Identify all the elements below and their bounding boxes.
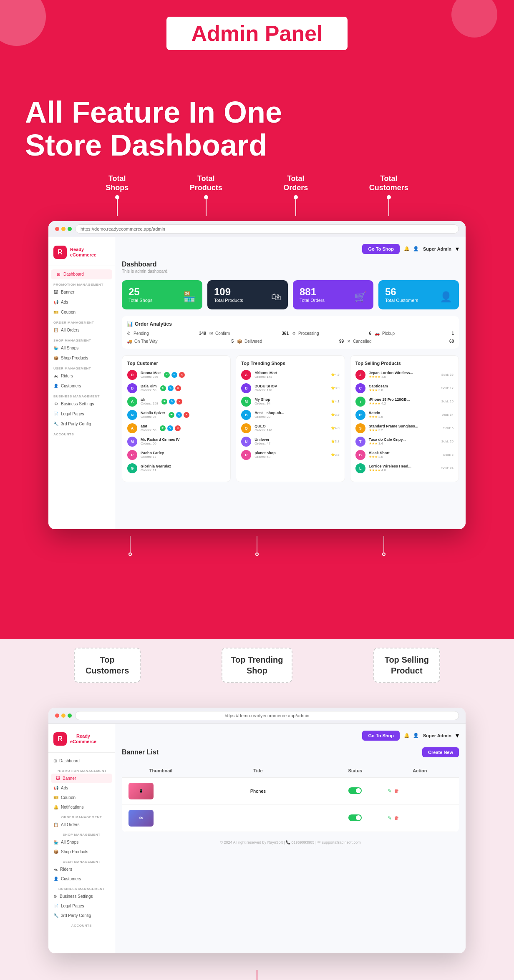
line-customers <box>130 536 131 553</box>
banner-sidebar-notif[interactable]: 🔔 Notifications <box>48 802 115 812</box>
avatar-iphone: i <box>355 397 365 407</box>
view-btn-3[interactable]: 👁 <box>161 399 167 405</box>
avatar-queo: Q <box>241 423 251 433</box>
shop-row-2: B BUBU SHOP Orders: 118 ⭐3.9 <box>241 383 339 393</box>
product-sold-6: Sold: 26 <box>441 440 454 443</box>
customer-row-5: A atat Orders: 50 👁 ✎ ✕ <box>127 423 225 433</box>
customer-orders-2: Orders: 58 <box>141 388 157 392</box>
view-btn-5[interactable]: 👁 <box>160 425 166 431</box>
customer-name-5: atat <box>141 424 156 428</box>
customer-row-2: B Bala Kim Orders: 58 👁 ✎ ✕ <box>127 383 225 393</box>
banner-sidebar-orders[interactable]: 📋 All Orders <box>48 820 115 829</box>
footer-text: © 2024 All right reserved by RaynSoft | … <box>122 832 459 844</box>
row1-del-btn[interactable]: 🗑 <box>394 788 399 794</box>
second-section: https://demo.readyecommerce.app/admin R … <box>0 699 514 980</box>
table-row-2: 🛍 ✎ 🗑 <box>122 805 459 832</box>
top-annotations: TotalShops TotalProducts TotalOrders Tot… <box>25 174 489 216</box>
banner-sidebar-riders[interactable]: 🏍 Riders <box>48 864 115 874</box>
edit-btn-4[interactable]: ✎ <box>176 412 182 418</box>
customer-actions-5: 👁 ✎ ✕ <box>160 425 181 431</box>
product-row-2: C Captiosam ★★★ 3.0 Sold: 17 <box>355 383 454 393</box>
customer-row-1: D Donna Mae Orders: 376 👁 ✎ ✕ <box>127 370 225 380</box>
sidebar-item-3rdparty[interactable]: 🔧 3rd Party Config <box>48 419 115 429</box>
product-rating-6: ★★★ 3.4 <box>369 442 438 445</box>
banner-sidebar-allshops[interactable]: 🏪 All Shops <box>48 837 115 847</box>
shop-orders-7: Orders: 58 <box>254 455 327 459</box>
banner-bell-icon[interactable]: 🔔 <box>404 733 410 738</box>
banner-sidebar-dashboard[interactable]: ⊞ Dashboard <box>48 756 115 766</box>
feature-section: All Feature In One Store Dashboard Total… <box>0 75 514 639</box>
products-icon-area: 🛍 <box>271 291 281 303</box>
banner-sidebar-shopproducts[interactable]: 📦 Shop Products <box>48 847 115 857</box>
banner-sidebar-3rdparty[interactable]: 🔧 3rd Party Config <box>48 911 115 920</box>
banner-admin-name: Super Admin <box>423 733 451 738</box>
customers-icon: 👤 <box>53 384 58 389</box>
shop-rating-6: ⭐3.8 <box>331 440 340 443</box>
view-btn-4[interactable]: 👁 <box>169 412 174 418</box>
sidebar-item-settings[interactable]: ⚙ Business Settings <box>48 399 115 409</box>
del-btn-3[interactable]: ✕ <box>176 399 182 405</box>
shop-row-4: B Best—shop-ch... Orders: 20 ⭐3.5 <box>241 410 339 420</box>
sidebar-item-customers[interactable]: 👤 Customers <box>48 381 115 391</box>
onway-count: 5 <box>231 339 234 344</box>
orders-icon: 📋 <box>53 328 58 333</box>
annotation-total-orders: TotalOrders <box>283 174 308 216</box>
customer-row-4: N Natalia Spizer Orders: 95 👁 ✎ ✕ <box>127 410 225 420</box>
avatar-bubu: B <box>241 383 251 393</box>
banner-sidebar-banner[interactable]: 🖼 Banner <box>51 774 112 783</box>
orders-icon-area: 🛒 <box>354 291 367 303</box>
toggle-1[interactable] <box>348 787 362 794</box>
banner-list-title: Banner List <box>122 749 159 756</box>
customer-name-7: Pacho Farley <box>141 451 164 455</box>
product-name-3: iPhone 15 Pro 128GB... <box>369 397 438 402</box>
go-to-shop-button[interactable]: Go To Shop <box>362 244 400 254</box>
del-btn-2[interactable]: ✕ <box>175 385 181 391</box>
edit-btn-5[interactable]: ✎ <box>167 425 173 431</box>
banner-coupon-icon: 🎫 <box>53 795 58 800</box>
avatar-akbons: A <box>241 370 251 380</box>
del-btn-5[interactable]: ✕ <box>175 425 181 431</box>
row2-edit-btn[interactable]: ✎ <box>388 815 392 821</box>
sidebar-item-products[interactable]: 📦 Shop Products <box>48 353 115 363</box>
edit-btn-1[interactable]: ✎ <box>171 372 177 378</box>
banner-sidebar-logo: R Ready eCommerce <box>48 729 115 753</box>
sidebar-item-dashboard[interactable]: ⊞ Dashboard <box>51 269 112 279</box>
view-btn-2[interactable]: 👁 <box>160 385 166 391</box>
edit-btn-3[interactable]: ✎ <box>169 399 175 405</box>
banner-sidebar-customers[interactable]: 👤 Customers <box>48 874 115 884</box>
top-customers-card: Top Customer D Donna Mae Orders: 376 👁 ✎… <box>122 355 231 482</box>
banner-sidebar-section-business: BUSINESS MANAGEMENT <box>48 884 115 892</box>
banner-customers-icon: 👤 <box>53 877 58 881</box>
avatar-captiosam: C <box>355 383 365 393</box>
table-row-1: 📱 Phones ✎ 🗑 <box>122 778 459 805</box>
sidebar-item-legal[interactable]: 📄 Legal Pages <box>48 409 115 419</box>
banner-sidebar-biz-settings[interactable]: ⚙ Business Settings <box>48 892 115 901</box>
cancelled-icon: ✕ <box>347 339 350 344</box>
banner-user-avatar: 👤 <box>413 733 419 738</box>
bell-icon[interactable]: 🔔 <box>404 246 410 251</box>
onway-icon: 🚚 <box>127 339 132 344</box>
delivered-count: 99 <box>339 339 344 344</box>
sidebar-item-orders[interactable]: 📋 All Orders <box>48 325 115 335</box>
dot-shops <box>255 553 259 556</box>
banner-sidebar-legal[interactable]: 📄 Legal Pages <box>48 901 115 911</box>
banner-go-to-shop-button[interactable]: Go To Shop <box>362 731 400 741</box>
create-new-button[interactable]: Create New <box>422 747 459 757</box>
banner-sidebar-ads[interactable]: 📢 Ads <box>48 783 115 793</box>
banner-sidebar-coupon[interactable]: 🎫 Coupon <box>48 793 115 802</box>
sidebar-item-shops[interactable]: 🏪 All Shops <box>48 343 115 353</box>
banner-ads-icon: 📢 <box>53 786 58 790</box>
view-btn-1[interactable]: 👁 <box>164 372 170 378</box>
row2-del-btn[interactable]: 🗑 <box>394 815 399 821</box>
row1-edit-btn[interactable]: ✎ <box>388 788 392 794</box>
sidebar-item-coupon[interactable]: 🎫 Coupon <box>48 307 115 317</box>
sidebar-item-ads[interactable]: 📢 Ads <box>48 297 115 307</box>
del-btn-1[interactable]: ✕ <box>179 372 185 378</box>
edit-btn-2[interactable]: ✎ <box>168 385 174 391</box>
shops-label: Total Shops <box>128 298 152 303</box>
sidebar-item-banner[interactable]: 🖼 Banner <box>48 287 115 297</box>
toggle-2[interactable] <box>348 814 362 821</box>
sidebar-item-riders[interactable]: 🏍 Riders <box>48 371 115 381</box>
shop-orders-2: Orders: 118 <box>254 388 327 392</box>
del-btn-4[interactable]: ✕ <box>184 412 189 418</box>
